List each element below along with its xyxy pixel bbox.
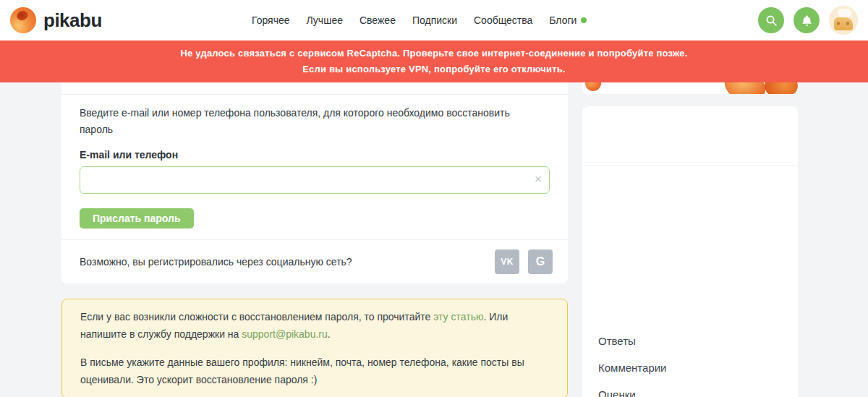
- support-email-link[interactable]: support@pikabu.ru: [242, 328, 328, 340]
- avatar-hat: [838, 9, 852, 17]
- search-icon: [765, 14, 778, 27]
- nav-communities[interactable]: Сообщества: [474, 14, 532, 26]
- password-recovery-card: Введите e-mail или номер телефона пользо…: [61, 82, 568, 283]
- pikabu-logo[interactable]: pikabu: [10, 7, 102, 33]
- support-help-box: Если у вас возникли сложности с восстано…: [61, 299, 568, 397]
- clear-input-icon[interactable]: ×: [535, 172, 542, 187]
- sidebar-item-ratings[interactable]: Оценки: [582, 381, 798, 397]
- nav-hot[interactable]: Горячее: [252, 14, 290, 26]
- google-icon[interactable]: G: [528, 249, 553, 274]
- main-nav: Горячее Лучшее Свежее Подписки Сообществ…: [252, 0, 587, 40]
- card-top-divider: [61, 94, 568, 95]
- sidebar-item-comments[interactable]: Комментарии: [582, 354, 798, 381]
- sidebar-divider: [582, 165, 798, 166]
- nav-best[interactable]: Лучшее: [307, 14, 343, 26]
- error-line-2: Если вы используете VPN, попробуйте его …: [0, 61, 868, 77]
- ad-decoration: [720, 82, 770, 94]
- top-header: pikabu Горячее Лучшее Свежее Подписки Со…: [0, 0, 868, 40]
- sidebar-ad-banner[interactable]: [582, 82, 798, 94]
- nav-subscriptions[interactable]: Подписки: [412, 14, 457, 26]
- help-paragraph-1: Если у вас возникли сложности с восстано…: [80, 308, 549, 343]
- email-input[interactable]: [80, 166, 550, 194]
- email-field-label: E-mail или телефон: [80, 149, 178, 161]
- social-question-text: Возможно, вы регистрировались через соци…: [80, 256, 352, 268]
- sidebar-card: Ответы Комментарии Оценки: [582, 106, 798, 397]
- send-password-button[interactable]: Прислать пароль: [80, 208, 194, 229]
- search-button[interactable]: [758, 7, 784, 33]
- help-text: Если у вас возникли сложности с восстано…: [80, 311, 433, 323]
- error-line-1: Не удалось связаться с сервисом ReCaptch…: [0, 46, 868, 61]
- nav-blogs[interactable]: Блоги: [549, 14, 587, 26]
- pikabu-logo-icon: [10, 7, 36, 33]
- sidebar-item-answers[interactable]: Ответы: [582, 328, 798, 354]
- social-icons: VK G: [495, 249, 553, 274]
- email-input-wrap: ×: [80, 166, 550, 194]
- vk-icon[interactable]: VK: [495, 249, 519, 274]
- bell-icon: [801, 14, 813, 27]
- page: pikabu Горячее Лучшее Свежее Подписки Со…: [0, 0, 868, 397]
- user-avatar[interactable]: [829, 6, 858, 35]
- article-link[interactable]: эту статью: [433, 311, 483, 323]
- pikabu-logo-text: pikabu: [43, 9, 102, 32]
- nav-blogs-label: Блоги: [549, 14, 576, 26]
- header-actions: [758, 0, 858, 40]
- recaptcha-error-banner: Не удалось связаться с сервисом ReCaptch…: [0, 40, 868, 82]
- notifications-button[interactable]: [793, 7, 820, 33]
- help-text: .: [328, 328, 331, 340]
- recovery-intro-text: Введите e-mail или номер телефона пользо…: [80, 105, 514, 138]
- ad-decoration: [585, 82, 601, 91]
- ad-decoration: [765, 82, 798, 94]
- social-login-row: Возможно, вы регистрировались через соци…: [80, 240, 553, 283]
- blogs-indicator-dot: [581, 17, 587, 23]
- sidebar-menu: Ответы Комментарии Оценки: [582, 328, 798, 397]
- help-paragraph-2: В письме укажите данные вашего профиля: …: [80, 354, 549, 388]
- nav-fresh[interactable]: Свежее: [359, 14, 396, 26]
